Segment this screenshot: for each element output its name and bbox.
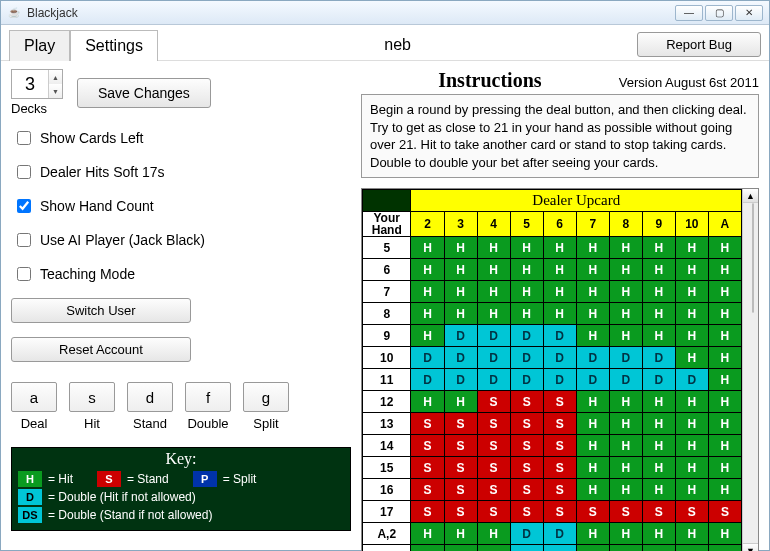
info-panel: Instructions Version August 6st 2011 Beg… [361,69,759,540]
player-hand-header: 5 [363,237,411,259]
hotkey-button[interactable]: a [11,382,57,412]
strategy-cell: D [675,369,708,391]
checkbox-label: Show Hand Count [40,198,154,214]
report-bug-button[interactable]: Report Bug [637,32,761,57]
strategy-cell: H [411,545,444,551]
hotkey-split: gSplit [243,382,289,431]
minimize-button[interactable]: — [675,5,703,21]
strategy-cell: S [477,501,510,523]
deck-count-spinner[interactable]: 3 ▲ ▼ [11,69,63,99]
checkbox-show-cards-left[interactable]: Show Cards Left [11,124,351,152]
strategy-cell: S [411,413,444,435]
strategy-cell: H [444,259,477,281]
hotkey-stand: dStand [127,382,173,431]
strategy-cell: H [642,325,675,347]
deck-count-value: 3 [12,70,48,98]
strategy-cell: S [411,435,444,457]
strategy-cell: H [609,303,642,325]
your-hand-title: YourHand [363,212,411,237]
hotkey-button[interactable]: g [243,382,289,412]
tab-play[interactable]: Play [9,30,70,61]
strategy-cell: H [675,303,708,325]
tab-settings[interactable]: Settings [70,30,158,61]
strategy-cell: H [576,545,609,551]
player-hand-header: 8 [363,303,411,325]
checkbox-label: Teaching Mode [40,266,135,282]
strategy-cell: D [576,369,609,391]
checkbox-input[interactable] [17,267,31,281]
strategy-cell: H [675,523,708,545]
strategy-cell: H [675,237,708,259]
legend-double-stand-label: = Double (Stand if not allowed) [48,508,212,522]
checkbox-input[interactable] [17,131,31,145]
strategy-cell: D [477,369,510,391]
strategy-cell: H [411,259,444,281]
strategy-cell: D [576,347,609,369]
strategy-cell: H [609,523,642,545]
player-hand-header: 14 [363,435,411,457]
strategy-cell: D [444,347,477,369]
strategy-cell: H [576,457,609,479]
strategy-cell: S [411,501,444,523]
hotkey-button[interactable]: d [127,382,173,412]
checkbox-input[interactable] [17,165,31,179]
legend-stand-label: = Stand [127,472,169,486]
save-changes-button[interactable]: Save Changes [77,78,211,108]
scrollbar-thumb[interactable] [752,203,754,313]
scroll-up-icon[interactable]: ▲ [743,189,758,203]
strategy-cell: H [708,457,741,479]
strategy-cell: S [543,501,576,523]
strategy-cell: H [708,545,741,551]
strategy-cell: H [609,457,642,479]
strategy-cell: H [543,237,576,259]
strategy-cell: H [675,457,708,479]
spinner-down-icon[interactable]: ▼ [49,84,62,98]
strategy-cell: H [444,281,477,303]
reset-account-button[interactable]: Reset Account [11,337,191,362]
checkbox-label: Show Cards Left [40,130,144,146]
strategy-cell: D [543,369,576,391]
strategy-cell: H [642,457,675,479]
strategy-cell: H [708,479,741,501]
strategy-cell: S [477,457,510,479]
strategy-cell: H [675,391,708,413]
strategy-cell: D [543,523,576,545]
strategy-cell: H [576,325,609,347]
checkbox-label: Use AI Player (Jack Black) [40,232,205,248]
scroll-down-icon[interactable]: ▼ [743,543,758,551]
checkbox-use-ai-player[interactable]: Use AI Player (Jack Black) [11,226,351,254]
legend-double-icon: D [18,489,42,505]
checkbox-input[interactable] [17,199,31,213]
checkbox-dealer-hits-soft-17[interactable]: Dealer Hits Soft 17s [11,158,351,186]
strategy-cell: H [708,303,741,325]
strategy-cell: H [411,523,444,545]
switch-user-button[interactable]: Switch User [11,298,191,323]
close-button[interactable]: ✕ [735,5,763,21]
strategy-cell: S [675,501,708,523]
dealer-card-header: 2 [411,212,444,237]
strategy-cell: D [609,369,642,391]
spinner-up-icon[interactable]: ▲ [49,70,62,84]
strategy-cell: H [510,237,543,259]
checkbox-teaching-mode[interactable]: Teaching Mode [11,260,351,288]
strategy-cell: S [543,391,576,413]
player-hand-header: A,2 [363,523,411,545]
strategy-cell: S [411,479,444,501]
chart-scrollbar[interactable]: ▲ ▼ [742,189,758,551]
maximize-button[interactable]: ▢ [705,5,733,21]
hotkey-button[interactable]: s [69,382,115,412]
strategy-cell: S [510,391,543,413]
checkbox-show-hand-count[interactable]: Show Hand Count [11,192,351,220]
checkbox-input[interactable] [17,233,31,247]
strategy-cell: S [444,413,477,435]
strategy-cell: H [411,281,444,303]
strategy-cell: H [609,259,642,281]
strategy-cell: H [708,523,741,545]
strategy-cell: H [642,523,675,545]
strategy-cell: S [510,501,543,523]
strategy-cell: S [708,501,741,523]
strategy-cell: D [543,347,576,369]
hotkey-button[interactable]: f [185,382,231,412]
strategy-cell: H [708,237,741,259]
strategy-cell: S [543,457,576,479]
